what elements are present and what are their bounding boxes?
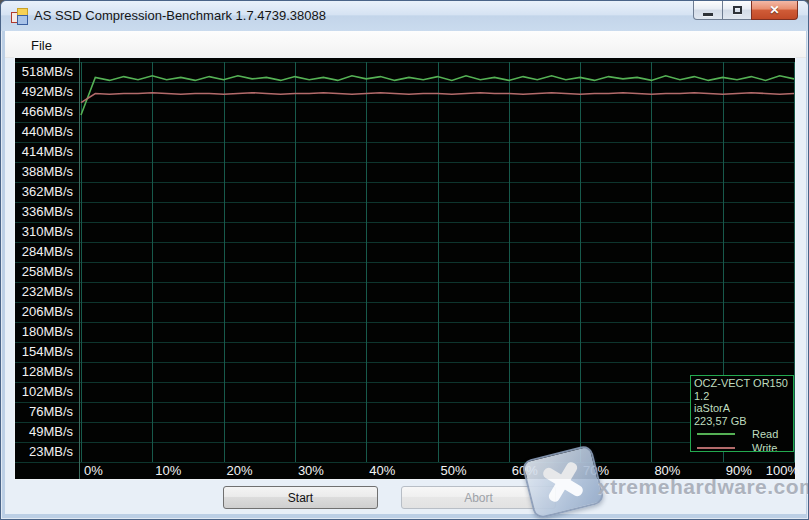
y-axis-label: 388MB/s	[15, 162, 73, 182]
close-button[interactable]: ✕	[751, 1, 798, 20]
app-window: AS SSD Compression-Benchmark 1.7.4739.38…	[0, 0, 809, 520]
window-controls: ✕	[693, 1, 798, 20]
y-axis-label: 466MB/s	[15, 102, 73, 122]
x-axis-label: 50%	[441, 462, 467, 479]
y-axis-label: 102MB/s	[15, 382, 73, 402]
y-axis-label: 362MB/s	[15, 182, 73, 202]
legend-firmware: 1.2	[694, 390, 793, 403]
y-axis-label: 258MB/s	[15, 262, 73, 282]
window-title: AS SSD Compression-Benchmark 1.7.4739.38…	[34, 8, 326, 23]
y-axis-label: 492MB/s	[15, 82, 73, 102]
y-axis-label: 76MB/s	[15, 402, 73, 422]
y-axis-label: 284MB/s	[15, 242, 73, 262]
y-axis-label: 49MB/s	[15, 422, 73, 442]
chart-canvas	[15, 58, 795, 479]
minimize-button[interactable]	[693, 1, 723, 20]
legend-capacity: 223,57 GB	[694, 415, 793, 428]
title-bar[interactable]: AS SSD Compression-Benchmark 1.7.4739.38…	[1, 1, 808, 31]
y-axis-label: 336MB/s	[15, 202, 73, 222]
maximize-icon	[733, 6, 742, 14]
y-axis-label: 128MB/s	[15, 362, 73, 382]
x-axis-label: 10%	[155, 462, 181, 479]
y-axis-label: 206MB/s	[15, 302, 73, 322]
read-series-line	[81, 76, 794, 115]
minimize-icon	[703, 13, 713, 16]
legend-read-label: Read	[752, 428, 778, 441]
x-axis-label: 40%	[369, 462, 395, 479]
y-axis-label: 180MB/s	[15, 322, 73, 342]
y-axis-label: 518MB/s	[15, 62, 73, 82]
maximize-button[interactable]	[723, 1, 751, 20]
x-axis-label: 0%	[84, 462, 103, 479]
chart-panel: OCZ-VECT OR150 1.2 iaStorA 223,57 GB Rea…	[14, 57, 796, 480]
read-line-sample	[697, 433, 735, 435]
menu-bar: File	[5, 31, 806, 58]
y-axis-label: 414MB/s	[15, 142, 73, 162]
y-axis-label: 154MB/s	[15, 342, 73, 362]
x-axis-label: 20%	[227, 462, 253, 479]
chart-legend: OCZ-VECT OR150 1.2 iaStorA 223,57 GB Rea…	[690, 375, 794, 452]
x-axis-label: 30%	[298, 462, 324, 479]
write-line-sample	[697, 447, 735, 449]
y-axis-label: 232MB/s	[15, 282, 73, 302]
menu-item-file[interactable]: File	[25, 36, 58, 55]
y-axis-label: 23MB/s	[15, 442, 73, 462]
y-axis-label: 310MB/s	[15, 222, 73, 242]
legend-driver: iaStorA	[694, 402, 793, 415]
write-series-line	[81, 93, 794, 103]
app-icon	[11, 8, 28, 24]
y-axis-label: 440MB/s	[15, 122, 73, 142]
legend-device-name: OCZ-VECT OR150	[694, 377, 793, 390]
start-button[interactable]: Start	[223, 486, 378, 509]
close-icon: ✕	[769, 2, 779, 19]
watermark-text: xtremehardware.com	[598, 475, 809, 499]
legend-write-label: Write	[752, 442, 777, 453]
